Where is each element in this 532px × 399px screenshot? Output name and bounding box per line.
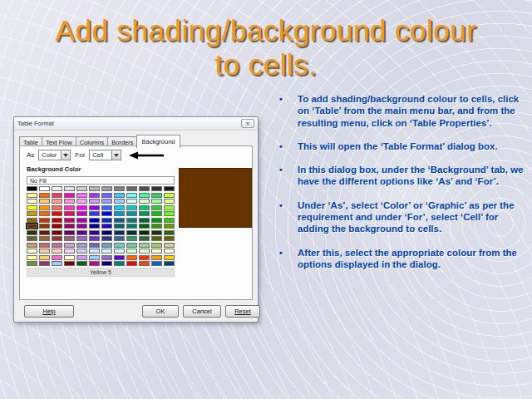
color-swatch[interactable] [89,224,100,229]
color-swatch[interactable] [139,218,150,223]
color-swatch[interactable] [64,205,75,210]
color-swatch[interactable] [126,261,137,266]
color-swatch[interactable] [76,199,87,204]
color-swatch[interactable] [164,230,175,235]
color-swatch[interactable] [27,193,37,198]
color-swatch[interactable] [76,261,87,266]
color-swatch[interactable] [101,205,112,210]
color-swatch[interactable] [151,230,162,235]
color-swatch[interactable] [101,193,112,198]
color-swatch[interactable] [27,224,37,229]
color-swatch[interactable] [39,218,50,223]
color-swatch[interactable] [52,186,62,191]
color-swatch[interactable] [164,186,175,191]
color-swatch[interactable] [164,211,175,216]
color-swatch[interactable] [139,205,150,210]
color-swatch[interactable] [139,255,150,260]
color-swatch[interactable] [64,224,75,229]
color-swatch[interactable] [114,249,125,254]
color-swatch[interactable] [52,211,62,216]
color-swatch[interactable] [101,218,112,223]
color-swatch[interactable] [89,211,100,216]
color-swatch[interactable] [27,261,37,266]
color-swatch[interactable] [27,230,37,235]
color-swatch[interactable] [52,236,62,241]
color-swatch[interactable] [139,199,150,204]
color-swatch[interactable] [76,218,87,223]
color-swatch[interactable] [114,255,125,260]
no-fill-field[interactable]: No Fill [27,176,175,185]
color-swatch[interactable] [101,224,112,229]
color-swatch[interactable] [114,243,125,248]
color-swatch[interactable] [76,224,87,229]
color-swatch[interactable] [64,193,75,198]
color-swatch[interactable] [114,193,125,198]
color-swatch[interactable] [151,224,162,229]
color-swatch[interactable] [164,249,175,254]
color-swatch[interactable] [76,243,87,248]
color-swatch[interactable] [52,249,62,254]
color-swatch[interactable] [151,186,162,191]
color-swatch[interactable] [27,211,37,216]
tab-background[interactable]: Background [136,135,180,148]
color-swatch[interactable] [114,230,125,235]
dropdown-arrow-icon[interactable] [111,150,121,160]
color-swatch[interactable] [151,193,162,198]
color-swatch[interactable] [164,199,175,204]
color-swatch[interactable] [64,243,75,248]
color-swatch[interactable] [52,230,62,235]
color-swatch[interactable] [39,255,50,260]
color-swatch[interactable] [89,193,100,198]
color-swatch[interactable] [64,230,75,235]
color-swatch[interactable] [151,199,162,204]
color-swatch[interactable] [89,186,100,191]
color-swatch[interactable] [164,255,175,260]
color-swatch[interactable] [52,261,62,266]
color-swatch[interactable] [89,261,100,266]
color-swatch[interactable] [76,193,87,198]
color-swatch[interactable] [64,261,75,266]
color-swatch[interactable] [27,186,37,191]
color-swatch[interactable] [39,193,50,198]
color-swatch[interactable] [114,224,125,229]
color-swatch[interactable] [126,230,137,235]
color-swatch[interactable] [39,230,50,235]
color-swatch[interactable] [27,199,37,204]
cancel-button[interactable]: Cancel [183,305,221,318]
color-swatch[interactable] [89,218,100,223]
color-swatch[interactable] [76,230,87,235]
color-swatch[interactable] [139,230,150,235]
color-swatch[interactable] [76,211,87,216]
color-swatch[interactable] [101,236,112,241]
color-swatch[interactable] [76,205,87,210]
color-swatch[interactable] [139,236,150,241]
color-swatch[interactable] [52,199,62,204]
color-swatch[interactable] [101,230,112,235]
as-dropdown[interactable]: Color [38,150,71,160]
color-swatch[interactable] [39,205,50,210]
color-swatch[interactable] [126,211,137,216]
color-swatch[interactable] [89,243,100,248]
color-swatch[interactable] [89,236,100,241]
color-swatch[interactable] [126,224,137,229]
color-swatch[interactable] [52,218,62,223]
color-swatch[interactable] [164,236,175,241]
color-swatch[interactable] [164,205,175,210]
color-swatch[interactable] [76,249,87,254]
color-swatch[interactable] [139,211,150,216]
color-swatch[interactable] [151,205,162,210]
color-swatch[interactable] [114,236,125,241]
color-swatch[interactable] [151,243,162,248]
color-swatch[interactable] [64,249,75,254]
color-swatch[interactable] [27,249,37,254]
color-swatch[interactable] [126,205,137,210]
color-swatch[interactable] [151,261,162,266]
color-swatch[interactable] [64,186,75,191]
color-swatch[interactable] [139,243,150,248]
color-swatch[interactable] [126,193,137,198]
color-swatch[interactable] [114,205,125,210]
color-swatch[interactable] [151,218,162,223]
color-swatch[interactable] [39,243,50,248]
color-swatch[interactable] [39,199,50,204]
color-swatch[interactable] [114,186,125,191]
